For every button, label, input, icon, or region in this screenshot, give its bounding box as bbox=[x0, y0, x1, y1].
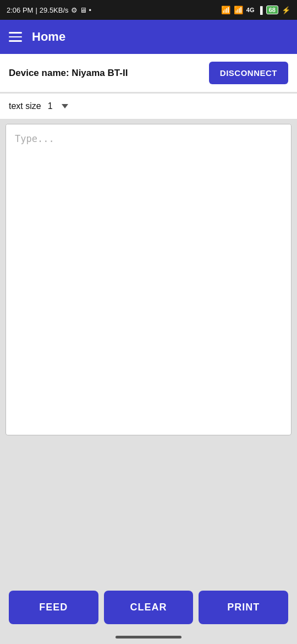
status-dot: • bbox=[89, 6, 92, 14]
page-title: Home bbox=[32, 30, 65, 44]
monitor-icon: 🖥 bbox=[80, 6, 87, 14]
device-row: Device name: Niyama BT-II DISCONNECT bbox=[0, 54, 297, 92]
nav-bar: Home bbox=[0, 20, 297, 54]
bluetooth-icon: 📶 bbox=[234, 6, 243, 14]
text-size-row: text size 1 bbox=[0, 94, 297, 119]
gear-icon: ⚙ bbox=[71, 6, 78, 14]
device-name-label: Device name: Niyama BT-II bbox=[9, 68, 128, 79]
print-button[interactable]: PRINT bbox=[199, 591, 288, 624]
status-network: | bbox=[35, 6, 37, 14]
clear-button[interactable]: CLEAR bbox=[104, 591, 194, 624]
charging-icon: ⚡ bbox=[282, 6, 290, 14]
device-name-value: Niyama BT-II bbox=[69, 68, 128, 78]
status-bar: 2:06 PM | 29.5KB/s ⚙ 🖥 • 📶 📶 4G ▐ 68 ⚡ bbox=[0, 0, 297, 20]
signal-bars-icon: ▐ bbox=[258, 6, 263, 14]
text-size-dropdown-arrow[interactable] bbox=[62, 104, 68, 108]
signal-4g-icon: 4G bbox=[246, 7, 255, 13]
text-input-container bbox=[6, 124, 292, 435]
status-right: 📶 📶 4G ▐ 68 ⚡ bbox=[221, 6, 290, 14]
status-network-speed: 29.5KB/s bbox=[40, 6, 69, 14]
feed-button[interactable]: FEED bbox=[9, 591, 98, 624]
text-size-label: text size bbox=[9, 101, 41, 111]
bottom-nav-indicator bbox=[116, 636, 182, 638]
status-time: 2:06 PM bbox=[7, 6, 33, 14]
text-size-value: 1 bbox=[48, 101, 53, 111]
text-input[interactable] bbox=[6, 124, 291, 433]
hamburger-menu-icon[interactable] bbox=[9, 32, 22, 42]
wifi-icon: 📶 bbox=[221, 6, 230, 14]
bottom-buttons: FEED CLEAR PRINT bbox=[0, 591, 297, 624]
battery-icon: 68 bbox=[266, 6, 278, 14]
battery-level: 68 bbox=[269, 7, 276, 13]
status-left: 2:06 PM | 29.5KB/s ⚙ 🖥 • bbox=[7, 6, 91, 14]
device-name-bold: Device name: bbox=[9, 68, 69, 78]
disconnect-button[interactable]: DISCONNECT bbox=[209, 62, 288, 84]
